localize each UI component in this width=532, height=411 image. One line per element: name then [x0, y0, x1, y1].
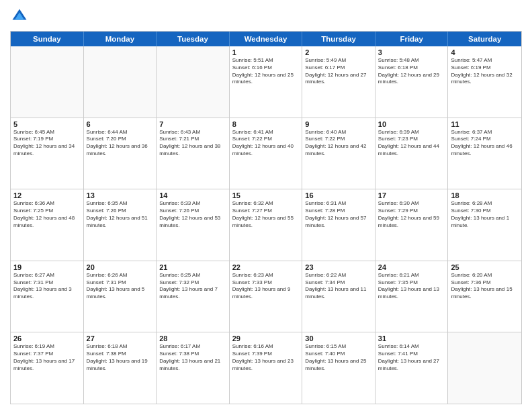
logo-icon [10, 7, 29, 26]
day-info: Sunrise: 6:15 AM Sunset: 7:40 PM Dayligh… [305, 343, 372, 372]
day-number: 7 [159, 120, 226, 128]
day-number: 23 [305, 263, 372, 271]
calendar: SundayMondayTuesdayWednesdayThursdayFrid… [10, 31, 522, 404]
calendar-day-27: 27Sunrise: 6:18 AM Sunset: 7:38 PM Dayli… [84, 332, 157, 404]
calendar-day-26: 26Sunrise: 6:19 AM Sunset: 7:37 PM Dayli… [11, 332, 84, 404]
day-info: Sunrise: 6:22 AM Sunset: 7:34 PM Dayligh… [305, 272, 372, 301]
calendar-day-2: 2Sunrise: 5:49 AM Sunset: 6:17 PM Daylig… [302, 46, 375, 118]
day-info: Sunrise: 6:36 AM Sunset: 7:25 PM Dayligh… [13, 200, 81, 229]
day-number: 15 [232, 191, 300, 199]
day-info: Sunrise: 5:51 AM Sunset: 6:16 PM Dayligh… [232, 57, 300, 86]
day-number: 8 [232, 120, 300, 128]
day-info: Sunrise: 6:28 AM Sunset: 7:30 PM Dayligh… [451, 200, 519, 229]
calendar-day-6: 6Sunrise: 6:44 AM Sunset: 7:20 PM Daylig… [84, 118, 157, 189]
day-info: Sunrise: 6:44 AM Sunset: 7:20 PM Dayligh… [87, 129, 154, 158]
day-info: Sunrise: 6:32 AM Sunset: 7:27 PM Dayligh… [232, 200, 300, 229]
day-number: 10 [378, 120, 445, 128]
day-number: 26 [13, 334, 81, 342]
calendar-row: 12Sunrise: 6:36 AM Sunset: 7:25 PM Dayli… [11, 189, 521, 261]
day-info: Sunrise: 6:45 AM Sunset: 7:19 PM Dayligh… [13, 129, 81, 158]
logo [10, 7, 32, 26]
calendar-row: 19Sunrise: 6:27 AM Sunset: 7:31 PM Dayli… [11, 261, 521, 333]
calendar-day-25: 25Sunrise: 6:20 AM Sunset: 7:36 PM Dayli… [448, 261, 521, 332]
day-info: Sunrise: 6:31 AM Sunset: 7:28 PM Dayligh… [305, 200, 372, 229]
calendar-day-17: 17Sunrise: 6:30 AM Sunset: 7:29 PM Dayli… [375, 189, 449, 261]
day-number: 28 [159, 334, 226, 342]
calendar-day-14: 14Sunrise: 6:33 AM Sunset: 7:26 PM Dayli… [157, 189, 230, 261]
calendar-day-13: 13Sunrise: 6:35 AM Sunset: 7:26 PM Dayli… [84, 189, 157, 261]
day-info: Sunrise: 6:23 AM Sunset: 7:33 PM Dayligh… [232, 272, 300, 301]
calendar-header: SundayMondayTuesdayWednesdayThursdayFrid… [11, 32, 521, 46]
day-info: Sunrise: 5:47 AM Sunset: 6:19 PM Dayligh… [451, 57, 519, 86]
calendar-empty-cell [448, 332, 521, 404]
day-number: 12 [13, 191, 81, 199]
day-info: Sunrise: 6:35 AM Sunset: 7:26 PM Dayligh… [87, 200, 154, 229]
calendar-row: 5Sunrise: 6:45 AM Sunset: 7:19 PM Daylig… [11, 118, 521, 190]
day-number: 29 [232, 334, 300, 342]
day-info: Sunrise: 5:49 AM Sunset: 6:17 PM Dayligh… [305, 57, 372, 86]
day-number: 27 [87, 334, 154, 342]
calendar-day-22: 22Sunrise: 6:23 AM Sunset: 7:33 PM Dayli… [230, 261, 303, 332]
calendar-day-3: 3Sunrise: 5:48 AM Sunset: 6:18 PM Daylig… [375, 46, 449, 118]
day-number: 3 [378, 48, 445, 56]
day-number: 2 [305, 48, 372, 56]
calendar-body: 1Sunrise: 5:51 AM Sunset: 6:16 PM Daylig… [11, 46, 521, 404]
day-number: 24 [378, 263, 445, 271]
day-info: Sunrise: 6:33 AM Sunset: 7:26 PM Dayligh… [159, 200, 226, 229]
day-info: Sunrise: 6:25 AM Sunset: 7:32 PM Dayligh… [159, 272, 226, 301]
calendar-row: 26Sunrise: 6:19 AM Sunset: 7:37 PM Dayli… [11, 332, 521, 404]
calendar-day-24: 24Sunrise: 6:21 AM Sunset: 7:35 PM Dayli… [375, 261, 449, 332]
day-number: 25 [451, 263, 519, 271]
day-info: Sunrise: 6:20 AM Sunset: 7:36 PM Dayligh… [451, 272, 519, 301]
day-info: Sunrise: 6:19 AM Sunset: 7:37 PM Dayligh… [13, 343, 81, 372]
day-info: Sunrise: 5:48 AM Sunset: 6:18 PM Dayligh… [378, 57, 445, 86]
calendar-empty-cell [11, 46, 84, 118]
day-number: 1 [232, 48, 300, 56]
weekday-header: Tuesday [157, 32, 230, 46]
calendar-day-29: 29Sunrise: 6:16 AM Sunset: 7:39 PM Dayli… [230, 332, 303, 404]
calendar-day-9: 9Sunrise: 6:40 AM Sunset: 7:22 PM Daylig… [302, 118, 375, 189]
weekday-header: Monday [84, 32, 157, 46]
day-number: 20 [87, 263, 154, 271]
day-number: 14 [159, 191, 226, 199]
day-number: 18 [451, 191, 519, 199]
header [10, 7, 522, 26]
calendar-row: 1Sunrise: 5:51 AM Sunset: 6:16 PM Daylig… [11, 46, 521, 118]
calendar-day-28: 28Sunrise: 6:17 AM Sunset: 7:38 PM Dayli… [157, 332, 230, 404]
calendar-day-30: 30Sunrise: 6:15 AM Sunset: 7:40 PM Dayli… [302, 332, 375, 404]
calendar-day-1: 1Sunrise: 5:51 AM Sunset: 6:16 PM Daylig… [230, 46, 303, 118]
day-number: 6 [87, 120, 154, 128]
weekday-header: Thursday [302, 32, 375, 46]
calendar-day-20: 20Sunrise: 6:26 AM Sunset: 7:31 PM Dayli… [84, 261, 157, 332]
day-info: Sunrise: 6:16 AM Sunset: 7:39 PM Dayligh… [232, 343, 300, 372]
weekday-header: Saturday [448, 32, 521, 46]
calendar-day-21: 21Sunrise: 6:25 AM Sunset: 7:32 PM Dayli… [157, 261, 230, 332]
day-number: 30 [305, 334, 372, 342]
day-number: 9 [305, 120, 372, 128]
calendar-day-8: 8Sunrise: 6:41 AM Sunset: 7:22 PM Daylig… [230, 118, 303, 189]
day-info: Sunrise: 6:27 AM Sunset: 7:31 PM Dayligh… [13, 272, 81, 301]
day-number: 11 [451, 120, 519, 128]
day-number: 22 [232, 263, 300, 271]
day-number: 17 [378, 191, 445, 199]
day-info: Sunrise: 6:14 AM Sunset: 7:41 PM Dayligh… [378, 343, 445, 372]
calendar-day-18: 18Sunrise: 6:28 AM Sunset: 7:30 PM Dayli… [448, 189, 521, 261]
day-number: 19 [13, 263, 81, 271]
calendar-day-5: 5Sunrise: 6:45 AM Sunset: 7:19 PM Daylig… [11, 118, 84, 189]
day-info: Sunrise: 6:41 AM Sunset: 7:22 PM Dayligh… [232, 129, 300, 158]
day-info: Sunrise: 6:26 AM Sunset: 7:31 PM Dayligh… [87, 272, 154, 301]
calendar-day-10: 10Sunrise: 6:39 AM Sunset: 7:23 PM Dayli… [375, 118, 449, 189]
calendar-day-4: 4Sunrise: 5:47 AM Sunset: 6:19 PM Daylig… [448, 46, 521, 118]
day-info: Sunrise: 6:17 AM Sunset: 7:38 PM Dayligh… [159, 343, 226, 372]
weekday-header: Wednesday [230, 32, 303, 46]
day-info: Sunrise: 6:39 AM Sunset: 7:23 PM Dayligh… [378, 129, 445, 158]
calendar-day-23: 23Sunrise: 6:22 AM Sunset: 7:34 PM Dayli… [302, 261, 375, 332]
day-number: 4 [451, 48, 519, 56]
day-info: Sunrise: 6:18 AM Sunset: 7:38 PM Dayligh… [87, 343, 154, 372]
day-number: 21 [159, 263, 226, 271]
calendar-day-31: 31Sunrise: 6:14 AM Sunset: 7:41 PM Dayli… [375, 332, 449, 404]
weekday-header: Sunday [11, 32, 84, 46]
day-number: 5 [13, 120, 81, 128]
calendar-day-15: 15Sunrise: 6:32 AM Sunset: 7:27 PM Dayli… [230, 189, 303, 261]
calendar-day-12: 12Sunrise: 6:36 AM Sunset: 7:25 PM Dayli… [11, 189, 84, 261]
